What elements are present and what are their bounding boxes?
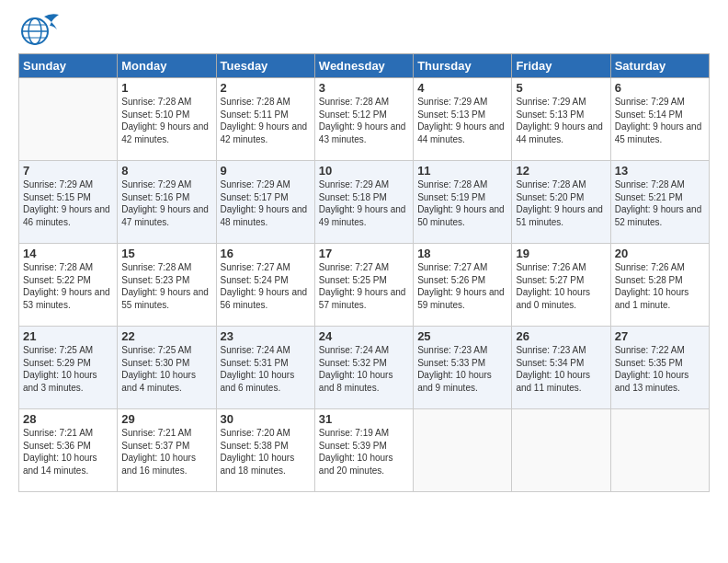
calendar-week-row: 7Sunrise: 7:29 AMSunset: 5:15 PMDaylight… <box>19 161 710 244</box>
logo <box>18 9 64 48</box>
day-number: 5 <box>516 81 606 95</box>
calendar-day-cell: 14Sunrise: 7:28 AMSunset: 5:22 PMDayligh… <box>19 244 118 327</box>
day-info: Sunrise: 7:26 AMSunset: 5:28 PMDaylight:… <box>615 261 705 311</box>
calendar-day-cell <box>512 409 610 492</box>
day-info: Sunrise: 7:20 AMSunset: 5:38 PMDaylight:… <box>221 427 311 477</box>
calendar-day-cell: 8Sunrise: 7:29 AMSunset: 5:16 PMDaylight… <box>118 161 216 244</box>
day-number: 13 <box>615 164 705 178</box>
day-info: Sunrise: 7:19 AMSunset: 5:39 PMDaylight:… <box>319 427 409 477</box>
day-number: 9 <box>221 164 311 178</box>
day-number: 1 <box>121 81 211 95</box>
calendar-day-cell: 23Sunrise: 7:24 AMSunset: 5:31 PMDayligh… <box>216 327 314 409</box>
weekday-header: Saturday <box>610 54 709 78</box>
day-info: Sunrise: 7:28 AMSunset: 5:23 PMDaylight:… <box>121 261 211 311</box>
day-info: Sunrise: 7:27 AMSunset: 5:24 PMDaylight:… <box>221 261 311 311</box>
calendar-day-cell: 15Sunrise: 7:28 AMSunset: 5:23 PMDayligh… <box>118 244 216 327</box>
day-number: 12 <box>516 164 606 178</box>
page: SundayMondayTuesdayWednesdayThursdayFrid… <box>0 0 728 563</box>
weekday-header: Friday <box>512 54 610 78</box>
day-info: Sunrise: 7:28 AMSunset: 5:11 PMDaylight:… <box>221 96 311 145</box>
day-number: 14 <box>23 247 113 260</box>
day-number: 6 <box>615 81 705 95</box>
day-info: Sunrise: 7:29 AMSunset: 5:14 PMDaylight:… <box>615 96 705 145</box>
day-info: Sunrise: 7:22 AMSunset: 5:35 PMDaylight:… <box>615 344 705 394</box>
calendar-day-cell: 28Sunrise: 7:21 AMSunset: 5:36 PMDayligh… <box>19 409 118 492</box>
day-number: 8 <box>121 164 211 178</box>
day-info: Sunrise: 7:24 AMSunset: 5:31 PMDaylight:… <box>221 344 311 394</box>
day-info: Sunrise: 7:27 AMSunset: 5:25 PMDaylight:… <box>319 261 409 311</box>
day-number: 7 <box>23 164 113 178</box>
day-info: Sunrise: 7:23 AMSunset: 5:34 PMDaylight:… <box>516 344 606 394</box>
weekday-header: Thursday <box>414 54 512 78</box>
day-number: 26 <box>516 329 606 343</box>
day-info: Sunrise: 7:28 AMSunset: 5:12 PMDaylight:… <box>319 96 409 145</box>
weekday-header-row: SundayMondayTuesdayWednesdayThursdayFrid… <box>19 54 710 78</box>
calendar-week-row: 21Sunrise: 7:25 AMSunset: 5:29 PMDayligh… <box>19 327 710 409</box>
calendar-day-cell: 7Sunrise: 7:29 AMSunset: 5:15 PMDaylight… <box>19 161 118 244</box>
day-info: Sunrise: 7:26 AMSunset: 5:27 PMDaylight:… <box>516 261 606 311</box>
day-info: Sunrise: 7:29 AMSunset: 5:15 PMDaylight:… <box>23 178 113 228</box>
calendar-day-cell: 1Sunrise: 7:28 AMSunset: 5:10 PMDaylight… <box>118 78 216 161</box>
weekday-header: Sunday <box>19 54 118 78</box>
calendar-day-cell <box>610 409 709 492</box>
calendar-day-cell <box>414 409 512 492</box>
calendar-day-cell: 17Sunrise: 7:27 AMSunset: 5:25 PMDayligh… <box>314 244 413 327</box>
calendar-day-cell: 6Sunrise: 7:29 AMSunset: 5:14 PMDaylight… <box>610 78 709 161</box>
calendar-day-cell: 26Sunrise: 7:23 AMSunset: 5:34 PMDayligh… <box>512 327 610 409</box>
calendar-table: SundayMondayTuesdayWednesdayThursdayFrid… <box>18 53 710 492</box>
day-number: 15 <box>121 247 211 260</box>
day-number: 16 <box>221 247 311 260</box>
calendar-day-cell: 2Sunrise: 7:28 AMSunset: 5:11 PMDaylight… <box>216 78 314 161</box>
day-info: Sunrise: 7:25 AMSunset: 5:30 PMDaylight:… <box>121 344 211 394</box>
calendar-day-cell: 3Sunrise: 7:28 AMSunset: 5:12 PMDaylight… <box>314 78 413 161</box>
calendar-day-cell: 5Sunrise: 7:29 AMSunset: 5:13 PMDaylight… <box>512 78 610 161</box>
calendar-day-cell: 24Sunrise: 7:24 AMSunset: 5:32 PMDayligh… <box>314 327 413 409</box>
day-info: Sunrise: 7:28 AMSunset: 5:19 PMDaylight:… <box>417 178 507 228</box>
weekday-header: Tuesday <box>216 54 314 78</box>
weekday-header: Monday <box>118 54 216 78</box>
calendar-week-row: 1Sunrise: 7:28 AMSunset: 5:10 PMDaylight… <box>19 78 710 161</box>
day-info: Sunrise: 7:29 AMSunset: 5:16 PMDaylight:… <box>121 178 211 228</box>
logo-icon <box>18 9 63 48</box>
calendar-week-row: 14Sunrise: 7:28 AMSunset: 5:22 PMDayligh… <box>19 244 710 327</box>
calendar-day-cell: 11Sunrise: 7:28 AMSunset: 5:19 PMDayligh… <box>414 161 512 244</box>
calendar-day-cell: 21Sunrise: 7:25 AMSunset: 5:29 PMDayligh… <box>19 327 118 409</box>
day-info: Sunrise: 7:29 AMSunset: 5:13 PMDaylight:… <box>417 96 507 145</box>
calendar-day-cell: 10Sunrise: 7:29 AMSunset: 5:18 PMDayligh… <box>314 161 413 244</box>
day-number: 3 <box>319 81 409 95</box>
calendar-day-cell: 27Sunrise: 7:22 AMSunset: 5:35 PMDayligh… <box>610 327 709 409</box>
weekday-header: Wednesday <box>314 54 413 78</box>
calendar-day-cell: 29Sunrise: 7:21 AMSunset: 5:37 PMDayligh… <box>118 409 216 492</box>
day-number: 28 <box>23 412 113 426</box>
day-info: Sunrise: 7:21 AMSunset: 5:37 PMDaylight:… <box>121 427 211 477</box>
calendar-day-cell <box>19 78 118 161</box>
day-number: 10 <box>319 164 409 178</box>
calendar-day-cell: 25Sunrise: 7:23 AMSunset: 5:33 PMDayligh… <box>414 327 512 409</box>
day-number: 17 <box>319 247 409 260</box>
day-number: 25 <box>417 329 507 343</box>
calendar-day-cell: 31Sunrise: 7:19 AMSunset: 5:39 PMDayligh… <box>314 409 413 492</box>
day-info: Sunrise: 7:28 AMSunset: 5:22 PMDaylight:… <box>23 261 113 311</box>
day-number: 27 <box>615 329 705 343</box>
day-info: Sunrise: 7:27 AMSunset: 5:26 PMDaylight:… <box>417 261 507 311</box>
day-info: Sunrise: 7:24 AMSunset: 5:32 PMDaylight:… <box>319 344 409 394</box>
day-number: 11 <box>417 164 507 178</box>
calendar-day-cell: 9Sunrise: 7:29 AMSunset: 5:17 PMDaylight… <box>216 161 314 244</box>
day-number: 29 <box>121 412 211 426</box>
day-info: Sunrise: 7:23 AMSunset: 5:33 PMDaylight:… <box>417 344 507 394</box>
day-number: 22 <box>121 329 211 343</box>
day-number: 30 <box>221 412 311 426</box>
day-info: Sunrise: 7:25 AMSunset: 5:29 PMDaylight:… <box>23 344 113 394</box>
day-number: 24 <box>319 329 409 343</box>
day-number: 19 <box>516 247 606 260</box>
day-number: 18 <box>417 247 507 260</box>
day-number: 23 <box>221 329 311 343</box>
day-info: Sunrise: 7:28 AMSunset: 5:20 PMDaylight:… <box>516 178 606 228</box>
calendar-day-cell: 12Sunrise: 7:28 AMSunset: 5:20 PMDayligh… <box>512 161 610 244</box>
day-info: Sunrise: 7:29 AMSunset: 5:17 PMDaylight:… <box>221 178 311 228</box>
calendar-day-cell: 19Sunrise: 7:26 AMSunset: 5:27 PMDayligh… <box>512 244 610 327</box>
day-number: 2 <box>221 81 311 95</box>
calendar-day-cell: 18Sunrise: 7:27 AMSunset: 5:26 PMDayligh… <box>414 244 512 327</box>
calendar-day-cell: 30Sunrise: 7:20 AMSunset: 5:38 PMDayligh… <box>216 409 314 492</box>
day-info: Sunrise: 7:28 AMSunset: 5:21 PMDaylight:… <box>615 178 705 228</box>
